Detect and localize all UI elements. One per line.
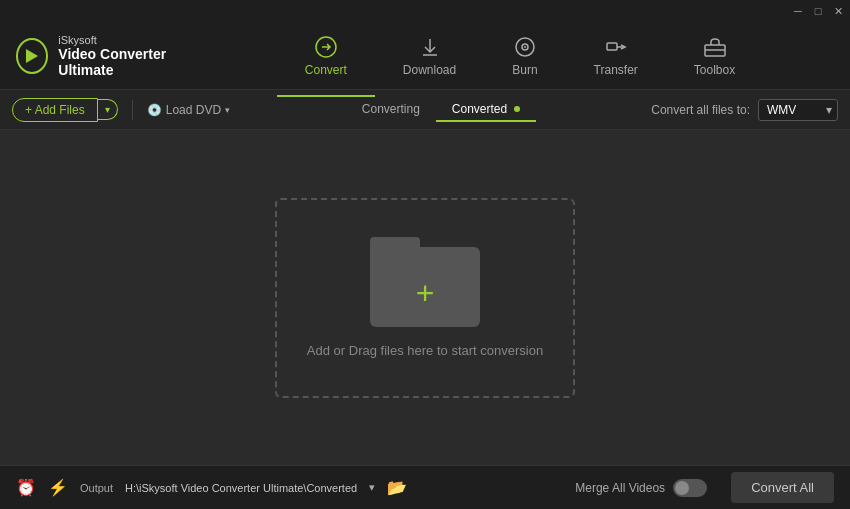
minimize-button[interactable]: ─ bbox=[792, 5, 804, 17]
output-path: H:\iSkysoft Video Converter Ultimate\Con… bbox=[125, 482, 357, 494]
format-select[interactable]: WMV MP4 AVI MOV MKV bbox=[758, 99, 838, 121]
svg-rect-6 bbox=[607, 43, 617, 50]
load-dvd-arrow-icon: ▾ bbox=[225, 105, 230, 115]
header: iSkysoft Video Converter Ultimate Conver… bbox=[0, 22, 850, 90]
main-area: + Add or Drag files here to start conver… bbox=[0, 130, 850, 465]
output-path-dropdown[interactable]: ▾ bbox=[369, 481, 375, 494]
folder-plus-icon: + bbox=[416, 277, 435, 309]
footer: ⏰ ⚡ Output H:\iSkysoft Video Converter U… bbox=[0, 465, 850, 509]
folder-icon: + bbox=[370, 237, 480, 327]
toolbar: + Add Files ▾ 💿 Load DVD ▾ Converting Co… bbox=[0, 90, 850, 130]
svg-marker-0 bbox=[26, 49, 38, 63]
toolbar-tabs: Converting Converted bbox=[346, 98, 536, 122]
nav-tabs: Convert Download Burn bbox=[206, 27, 834, 85]
convert-label: Convert bbox=[305, 63, 347, 77]
product-name: Video Converter Ultimate bbox=[58, 46, 206, 78]
maximize-button[interactable]: □ bbox=[812, 5, 824, 17]
convert-all-files-label: Convert all files to: bbox=[651, 103, 750, 117]
nav-tab-download[interactable]: Download bbox=[375, 27, 484, 85]
burn-icon bbox=[513, 35, 537, 59]
clock-icon[interactable]: ⏰ bbox=[16, 478, 36, 497]
lightning-icon[interactable]: ⚡ bbox=[48, 478, 68, 497]
convert-all-files-section: Convert all files to: WMV MP4 AVI MOV MK… bbox=[651, 99, 838, 121]
titlebar: ─ □ ✕ bbox=[0, 0, 850, 22]
convert-icon bbox=[314, 35, 338, 59]
converted-dot bbox=[514, 106, 520, 112]
logo-text: iSkysoft Video Converter Ultimate bbox=[58, 34, 206, 78]
drop-zone[interactable]: + Add or Drag files here to start conver… bbox=[275, 198, 575, 398]
download-label: Download bbox=[403, 63, 456, 77]
convert-all-button[interactable]: Convert All bbox=[731, 472, 834, 503]
transfer-label: Transfer bbox=[594, 63, 638, 77]
transfer-icon bbox=[604, 35, 628, 59]
dvd-icon: 💿 bbox=[147, 103, 162, 117]
merge-section: Merge All Videos bbox=[575, 479, 707, 497]
burn-label: Burn bbox=[512, 63, 537, 77]
drop-zone-text: Add or Drag files here to start conversi… bbox=[307, 343, 543, 358]
brand-name: iSkysoft bbox=[58, 34, 206, 46]
converted-tab[interactable]: Converted bbox=[436, 98, 536, 122]
toolbox-label: Toolbox bbox=[694, 63, 735, 77]
output-label: Output bbox=[80, 482, 113, 494]
converting-tab[interactable]: Converting bbox=[346, 98, 436, 122]
merge-toggle[interactable] bbox=[673, 479, 707, 497]
svg-point-5 bbox=[524, 46, 526, 48]
nav-tab-burn[interactable]: Burn bbox=[484, 27, 565, 85]
output-folder-icon[interactable]: 📂 bbox=[387, 478, 407, 497]
nav-tab-transfer[interactable]: Transfer bbox=[566, 27, 666, 85]
nav-tab-convert[interactable]: Convert bbox=[277, 27, 375, 85]
format-select-wrapper: WMV MP4 AVI MOV MKV bbox=[758, 99, 838, 121]
toolbox-icon bbox=[703, 35, 727, 59]
add-files-button[interactable]: + Add Files bbox=[12, 98, 98, 122]
download-icon bbox=[418, 35, 442, 59]
load-dvd-label: Load DVD bbox=[166, 103, 221, 117]
logo-icon bbox=[16, 38, 48, 74]
merge-label: Merge All Videos bbox=[575, 481, 665, 495]
nav-tab-toolbox[interactable]: Toolbox bbox=[666, 27, 763, 85]
close-button[interactable]: ✕ bbox=[832, 5, 844, 17]
add-files-group: + Add Files ▾ bbox=[12, 98, 118, 122]
folder-body: + bbox=[370, 247, 480, 327]
logo-area: iSkysoft Video Converter Ultimate bbox=[16, 34, 206, 78]
add-files-dropdown-button[interactable]: ▾ bbox=[98, 99, 118, 120]
separator bbox=[132, 100, 133, 120]
load-dvd-button[interactable]: 💿 Load DVD ▾ bbox=[147, 103, 230, 117]
